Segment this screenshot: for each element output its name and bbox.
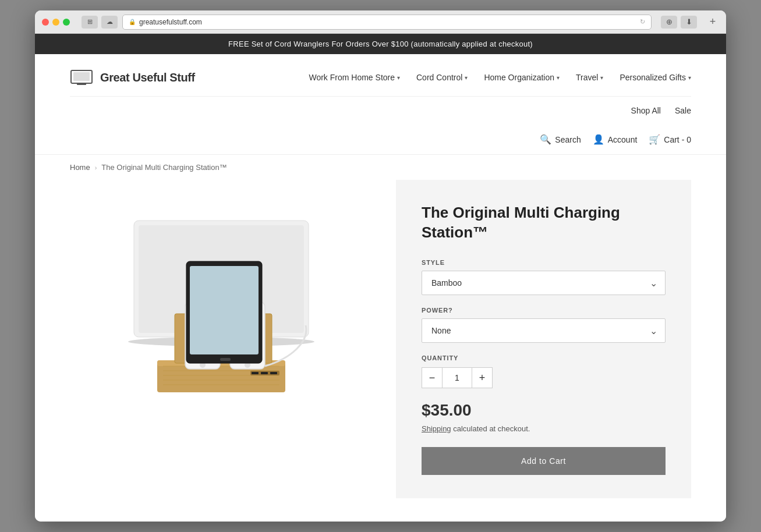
account-button[interactable]: 👤 Account	[593, 134, 638, 145]
utility-nav: 🔍 Search 👤 Account 🛒 Cart - 0	[70, 128, 691, 154]
power-select-wrapper: None With Power ⌄	[422, 318, 666, 343]
browser-titlebar: ⊞ ☁ 🔒 greatusefulstuff.com ↻ ⊕ ⬇ +	[35, 10, 726, 34]
nav-shop-all[interactable]: Shop All	[631, 106, 661, 115]
nav-home-org-label: Home Organization	[484, 73, 554, 82]
browser-window: ⊞ ☁ 🔒 greatusefulstuff.com ↻ ⊕ ⬇ + FREE …	[35, 10, 726, 522]
style-select[interactable]: Bamboo White Black	[422, 271, 666, 295]
promo-banner: FREE Set of Cord Wranglers For Orders Ov…	[35, 34, 726, 54]
logo-text: Great Useful Stuff	[100, 71, 195, 84]
maximize-button[interactable]	[63, 19, 70, 26]
url-text: greatusefulstuff.com	[139, 18, 202, 26]
share-button[interactable]: ⊕	[661, 16, 677, 29]
download-button[interactable]: ⬇	[681, 16, 697, 29]
cart-button[interactable]: 🛒 Cart - 0	[649, 134, 691, 145]
nav-sale[interactable]: Sale	[675, 106, 691, 115]
chevron-down-icon: ▾	[600, 75, 603, 81]
product-image: 2:15 2:15	[70, 180, 373, 436]
product-title: The Original Multi Charging Station™	[422, 203, 666, 243]
account-label: Account	[608, 135, 638, 144]
account-icon: 👤	[593, 134, 604, 145]
nav-home-organization[interactable]: Home Organization ▾	[484, 73, 560, 82]
quantity-decrease-button[interactable]: −	[422, 367, 443, 388]
product-illustration: 2:15 2:15	[99, 186, 344, 430]
nav-personalized-gifts[interactable]: Personalized Gifts ▾	[620, 73, 691, 82]
extensions-button[interactable]: ☁	[101, 16, 118, 29]
shipping-note: Shipping calculated at checkout.	[422, 424, 666, 433]
chevron-down-icon: ▾	[688, 75, 691, 81]
breadcrumb-separator: ›	[95, 164, 97, 171]
logo-link[interactable]: Great Useful Stuff	[70, 68, 195, 87]
close-button[interactable]	[42, 19, 49, 26]
nav-cord-control[interactable]: Cord Control ▾	[416, 73, 468, 82]
nav-travel-label: Travel	[576, 73, 598, 82]
svg-rect-1	[73, 72, 90, 81]
power-label: POWER?	[422, 307, 666, 314]
traffic-lights	[42, 19, 70, 26]
new-tab-button[interactable]: +	[706, 16, 719, 29]
breadcrumb-current: The Original Multi Charging Station™	[101, 163, 226, 172]
cart-icon: 🛒	[649, 134, 660, 145]
product-section: 2:15 2:15	[35, 180, 726, 522]
svg-rect-31	[190, 266, 259, 354]
quantity-label: QUANTITY	[422, 354, 666, 361]
style-label: STYLE	[422, 259, 666, 266]
nav-personalized-gifts-label: Personalized Gifts	[620, 73, 686, 82]
chevron-down-icon: ▾	[397, 75, 400, 81]
logo-icon	[70, 68, 93, 87]
nav-cord-control-label: Cord Control	[416, 73, 462, 82]
shipping-note-text: calculated at checkout.	[453, 424, 530, 433]
search-button[interactable]: 🔍 Search	[540, 134, 581, 145]
reload-icon[interactable]: ↻	[640, 18, 645, 26]
product-price: $35.00	[422, 401, 666, 420]
nav-work-from-home-label: Work From Home Store	[309, 73, 395, 82]
promo-text: FREE Set of Cord Wranglers For Orders Ov…	[228, 40, 533, 48]
svg-rect-35	[261, 372, 268, 374]
svg-rect-34	[252, 372, 259, 374]
nav-travel[interactable]: Travel ▾	[576, 73, 603, 82]
nav-work-from-home[interactable]: Work From Home Store ▾	[309, 73, 400, 82]
chevron-down-icon: ▾	[557, 75, 560, 81]
address-bar[interactable]: 🔒 greatusefulstuff.com ↻	[122, 15, 652, 30]
minimize-button[interactable]	[52, 19, 59, 26]
product-image-column: 2:15 2:15	[70, 180, 373, 498]
lock-icon: 🔒	[129, 19, 136, 25]
search-label: Search	[555, 135, 581, 144]
svg-rect-36	[270, 372, 277, 374]
power-select[interactable]: None With Power	[422, 318, 666, 343]
site-header: Great Useful Stuff Work From Home Store …	[35, 54, 726, 155]
site-content: FREE Set of Cord Wranglers For Orders Ov…	[35, 34, 726, 522]
cart-label: Cart - 0	[664, 135, 691, 144]
tab-overview-button[interactable]: ⊞	[82, 16, 98, 29]
header-top: Great Useful Stuff Work From Home Store …	[70, 54, 691, 96]
secondary-nav: Shop All Sale	[631, 101, 691, 123]
style-select-wrapper: Bamboo White Black ⌄	[422, 271, 666, 295]
svg-rect-2	[77, 83, 86, 85]
svg-rect-32	[220, 358, 231, 361]
product-details-column: The Original Multi Charging Station™ STY…	[396, 180, 691, 498]
main-nav: Work From Home Store ▾ Cord Control ▾ Ho…	[309, 65, 691, 90]
breadcrumb: Home › The Original Multi Charging Stati…	[35, 155, 726, 180]
breadcrumb-home[interactable]: Home	[70, 163, 90, 172]
search-icon: 🔍	[540, 134, 551, 145]
shipping-link[interactable]: Shipping	[422, 424, 451, 433]
quantity-control: − +	[422, 367, 666, 388]
quantity-increase-button[interactable]: +	[472, 367, 493, 388]
browser-controls: ⊞ ☁	[82, 16, 118, 29]
browser-actions: ⊕ ⬇	[661, 16, 697, 29]
quantity-input[interactable]	[443, 367, 472, 388]
add-to-cart-button[interactable]: Add to Cart	[422, 447, 666, 475]
chevron-down-icon: ▾	[465, 75, 468, 81]
